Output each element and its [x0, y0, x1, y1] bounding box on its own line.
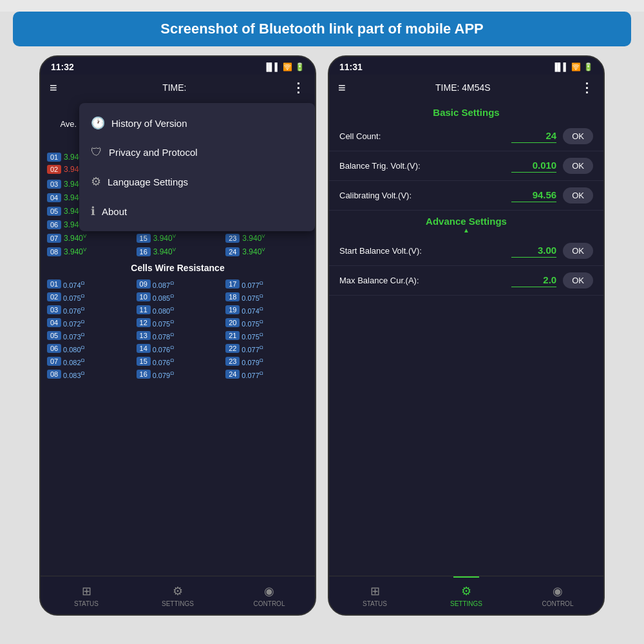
settings-icon-right: ⚙: [461, 584, 471, 598]
control-label-left: CONTROL: [254, 600, 285, 607]
language-icon: ⚙: [91, 175, 101, 189]
start-balance-value[interactable]: 3.00: [511, 245, 556, 258]
hamburger-icon-right[interactable]: ≡: [338, 80, 346, 95]
calibrating-row: Calibrating Volt.(V): 94.56 OK: [329, 181, 603, 211]
nav-status-left[interactable]: ⊞ STATUS: [41, 576, 132, 614]
top-bar-left: ≡ TIME: ⋮: [41, 75, 315, 100]
status-icon-right: ⊞: [370, 584, 380, 598]
balance-trig-row: Balance Trig. Volt.(V): 0.010 OK: [329, 151, 603, 181]
status-icon-left: ⊞: [82, 584, 91, 598]
dropdown-about[interactable]: ℹ About: [79, 196, 315, 226]
cell-count-ok[interactable]: OK: [563, 128, 593, 144]
phone-right: 11:31 ▐▌▌ 🛜 🔋 ≡ TIME: 4M54S ⋮ Basic Sett…: [328, 55, 605, 616]
phone-content-right: ≡ TIME: 4M54S ⋮ Basic Settings Cell Coun…: [329, 75, 603, 576]
status-label-right: STATUS: [363, 600, 387, 607]
dots-menu-left[interactable]: ⋮: [292, 80, 306, 95]
status-label-left: STATUS: [74, 600, 99, 607]
nav-settings-left[interactable]: ⚙ SETTINGS: [132, 576, 223, 614]
max-balance-label: Max Balance Cur.(A):: [339, 276, 511, 285]
status-bar-right: 11:31 ▐▌▌ 🛜 🔋: [329, 57, 603, 75]
history-icon: 🕐: [91, 116, 105, 130]
time-left: 11:32: [51, 62, 74, 72]
status-bar-left: 11:32 ▐▌▌ 🛜 🔋: [41, 57, 315, 75]
settings-label-left: SETTINGS: [162, 600, 194, 607]
nav-control-left[interactable]: ◉ CONTROL: [223, 576, 315, 614]
calibrating-value[interactable]: 94.56: [511, 189, 556, 202]
privacy-icon: 🛡: [91, 146, 102, 159]
phone-left: 11:32 ▐▌▌ 🛜 🔋 ≡ TIME: ⋮ 🕐: [39, 55, 316, 616]
dropdown-language[interactable]: ⚙ Language Settings: [79, 167, 315, 196]
dots-menu-right[interactable]: ⋮: [580, 80, 594, 95]
top-bar-right: ≡ TIME: 4M54S ⋮: [329, 75, 603, 100]
settings-label-right: SETTINGS: [450, 600, 482, 607]
max-balance-value[interactable]: 2.0: [511, 274, 556, 287]
bottom-nav-left: ⊞ STATUS ⚙ SETTINGS ◉ CONTROL: [41, 576, 315, 614]
control-label-right: CONTROL: [542, 600, 574, 607]
start-balance-ok[interactable]: OK: [563, 243, 593, 259]
phone-content-left: ≡ TIME: ⋮ 🕐 History of Version 🛡 Privacy…: [41, 75, 315, 576]
bottom-nav-right: ⊞ STATUS ⚙ SETTINGS ◉ CONTROL: [329, 576, 603, 614]
balance-trig-value[interactable]: 0.010: [511, 160, 556, 173]
top-time-right: TIME: 4M54S: [435, 82, 491, 93]
max-balance-row: Max Balance Cur.(A): 2.0 OK: [329, 266, 603, 296]
calibrating-ok[interactable]: OK: [563, 187, 593, 204]
advance-settings-title: Advance Settings ▲: [329, 211, 603, 236]
advance-arrow: ▲: [329, 227, 603, 234]
banner: Screenshot of Bluetooth link part of mob…: [13, 12, 631, 46]
max-balance-ok[interactable]: OK: [563, 272, 593, 289]
cell-count-label: Cell Count:: [339, 131, 511, 141]
resistance-grid: 010.074Ω 090.087Ω 170.077Ω 020.075Ω 100.…: [41, 277, 315, 381]
hamburger-icon-left[interactable]: ≡: [50, 80, 57, 95]
wire-resistance-title: Cells Wire Resistance: [41, 259, 315, 277]
start-balance-row: Start Balance Volt.(V): 3.00 OK: [329, 236, 603, 266]
nav-status-right[interactable]: ⊞ STATUS: [329, 576, 421, 614]
time-right: 11:31: [339, 62, 363, 72]
status-icons-left: ▐▌▌ 🛜 🔋: [263, 62, 305, 71]
cell-count-row: Cell Count: 24 OK: [329, 122, 603, 151]
dropdown-menu: 🕐 History of Version 🛡 Privacy and Proto…: [79, 103, 315, 231]
top-time-left: TIME:: [162, 82, 186, 93]
start-balance-label: Start Balance Volt.(V):: [339, 246, 511, 256]
control-icon-right: ◉: [553, 584, 563, 598]
calibrating-label: Calibrating Volt.(V):: [339, 191, 511, 200]
dropdown-privacy[interactable]: 🛡 Privacy and Protocol: [79, 138, 315, 167]
control-icon-left: ◉: [264, 584, 274, 598]
about-icon: ℹ: [91, 204, 95, 218]
settings-icon-left: ⚙: [173, 584, 183, 598]
cell-count-value[interactable]: 24: [511, 130, 556, 143]
dropdown-history[interactable]: 🕐 History of Version: [79, 108, 315, 138]
basic-settings-title: Basic Settings: [329, 100, 603, 122]
balance-trig-label: Balance Trig. Volt.(V):: [339, 161, 511, 171]
nav-control-right[interactable]: ◉ CONTROL: [512, 576, 603, 614]
status-icons-right: ▐▌▌ 🛜 🔋: [552, 62, 593, 71]
balance-trig-ok[interactable]: OK: [563, 158, 593, 174]
nav-settings-right[interactable]: ⚙ SETTINGS: [421, 576, 512, 614]
